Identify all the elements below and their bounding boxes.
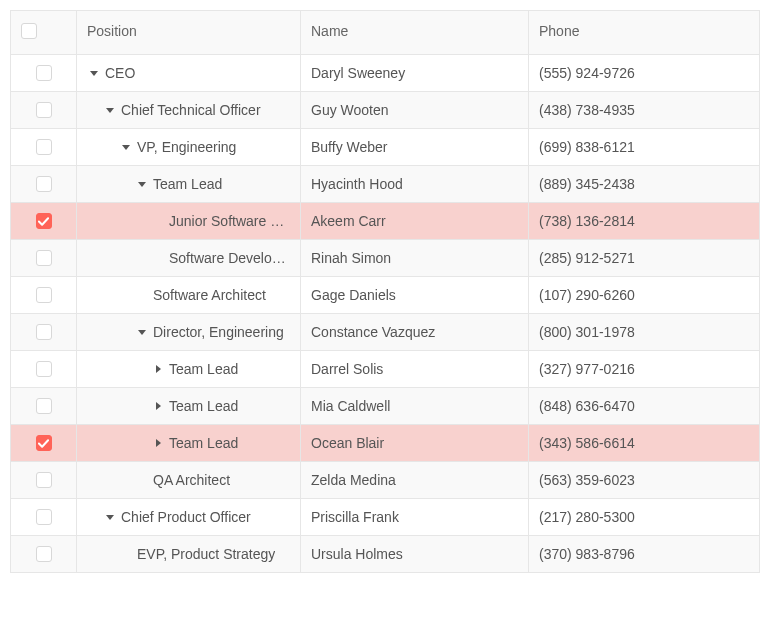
row-checkbox[interactable]: [36, 213, 52, 229]
table-row[interactable]: Team LeadDarrel Solis(327) 977-0216: [11, 351, 759, 388]
table-row[interactable]: Team LeadHyacinth Hood(889) 345-2438: [11, 166, 759, 203]
table-row[interactable]: Director, EngineeringConstance Vazquez(8…: [11, 314, 759, 351]
tree-list: Position Name Phone CEODaryl Sweeney(555…: [10, 10, 760, 573]
phone-cell: (217) 280-5300: [529, 499, 759, 535]
table-row[interactable]: Team LeadOcean Blair(343) 586-6614: [11, 425, 759, 462]
position-cell: Junior Software …: [77, 203, 301, 239]
row-checkbox[interactable]: [36, 398, 52, 414]
header-position[interactable]: Position: [77, 11, 301, 54]
row-checkbox[interactable]: [36, 435, 52, 451]
position-label: Software Develo…: [169, 250, 286, 266]
phone-label: (848) 636-6470: [539, 398, 635, 414]
name-cell: Guy Wooten: [301, 92, 529, 128]
check-icon: [38, 216, 49, 227]
phone-cell: (327) 977-0216: [529, 351, 759, 387]
collapse-toggle[interactable]: [135, 328, 149, 336]
row-checkbox[interactable]: [36, 65, 52, 81]
name-cell: Gage Daniels: [301, 277, 529, 313]
position-label: QA Architect: [153, 472, 230, 488]
position-cell: Director, Engineering: [77, 314, 301, 350]
caret-down-icon: [106, 513, 114, 521]
row-checkbox[interactable]: [36, 176, 52, 192]
table-row[interactable]: Chief Technical OfficerGuy Wooten(438) 7…: [11, 92, 759, 129]
row-checkbox[interactable]: [36, 472, 52, 488]
table-row[interactable]: EVP, Product StrategyUrsula Holmes(370) …: [11, 536, 759, 572]
phone-label: (699) 838-6121: [539, 139, 635, 155]
phone-label: (738) 136-2814: [539, 213, 635, 229]
name-cell: Darrel Solis: [301, 351, 529, 387]
checkbox-cell: [11, 499, 77, 535]
table-row[interactable]: QA ArchitectZelda Medina(563) 359-6023: [11, 462, 759, 499]
phone-label: (370) 983-8796: [539, 546, 635, 562]
row-checkbox[interactable]: [36, 546, 52, 562]
row-checkbox[interactable]: [36, 250, 52, 266]
select-all-checkbox[interactable]: [21, 23, 37, 39]
name-label: Rinah Simon: [311, 250, 391, 266]
phone-cell: (438) 738-4935: [529, 92, 759, 128]
table-row[interactable]: CEODaryl Sweeney(555) 924-9726: [11, 55, 759, 92]
table-row[interactable]: Software Develo…Rinah Simon(285) 912-527…: [11, 240, 759, 277]
collapse-toggle[interactable]: [103, 513, 117, 521]
phone-label: (889) 345-2438: [539, 176, 635, 192]
collapse-toggle[interactable]: [103, 106, 117, 114]
row-checkbox[interactable]: [36, 102, 52, 118]
position-cell: VP, Engineering: [77, 129, 301, 165]
phone-label: (438) 738-4935: [539, 102, 635, 118]
caret-down-icon: [138, 180, 146, 188]
name-label: Guy Wooten: [311, 102, 389, 118]
position-label: CEO: [105, 65, 135, 81]
name-label: Ursula Holmes: [311, 546, 403, 562]
collapse-toggle[interactable]: [135, 180, 149, 188]
position-label: VP, Engineering: [137, 139, 236, 155]
position-label: Software Architect: [153, 287, 266, 303]
phone-label: (555) 924-9726: [539, 65, 635, 81]
checkbox-cell: [11, 536, 77, 572]
table-row[interactable]: Chief Product OfficerPriscilla Frank(217…: [11, 499, 759, 536]
table-row[interactable]: Software ArchitectGage Daniels(107) 290-…: [11, 277, 759, 314]
row-checkbox[interactable]: [36, 287, 52, 303]
checkbox-cell: [11, 55, 77, 91]
collapse-toggle[interactable]: [119, 143, 133, 151]
checkbox-cell: [11, 92, 77, 128]
table-row[interactable]: Team LeadMia Caldwell(848) 636-6470: [11, 388, 759, 425]
header-row: Position Name Phone: [11, 11, 759, 55]
position-cell: Chief Technical Officer: [77, 92, 301, 128]
name-cell: Mia Caldwell: [301, 388, 529, 424]
header-phone[interactable]: Phone: [529, 11, 759, 54]
name-label: Darrel Solis: [311, 361, 383, 377]
expand-toggle[interactable]: [151, 365, 165, 373]
position-cell: Software Develo…: [77, 240, 301, 276]
checkbox-cell: [11, 425, 77, 461]
caret-down-icon: [90, 69, 98, 77]
phone-label: (343) 586-6614: [539, 435, 635, 451]
row-checkbox[interactable]: [36, 139, 52, 155]
rows-container: CEODaryl Sweeney(555) 924-9726Chief Tech…: [11, 55, 759, 572]
position-cell: Team Lead: [77, 351, 301, 387]
checkbox-cell: [11, 129, 77, 165]
caret-right-icon: [154, 439, 162, 447]
name-cell: Akeem Carr: [301, 203, 529, 239]
position-label: Chief Product Officer: [121, 509, 251, 525]
expand-toggle[interactable]: [151, 439, 165, 447]
header-checkbox-cell: [11, 11, 77, 54]
row-checkbox[interactable]: [36, 361, 52, 377]
phone-cell: (555) 924-9726: [529, 55, 759, 91]
table-row[interactable]: VP, EngineeringBuffy Weber(699) 838-6121: [11, 129, 759, 166]
phone-cell: (285) 912-5271: [529, 240, 759, 276]
expand-toggle[interactable]: [151, 402, 165, 410]
row-checkbox[interactable]: [36, 324, 52, 340]
collapse-toggle[interactable]: [87, 69, 101, 77]
row-checkbox[interactable]: [36, 509, 52, 525]
name-cell: Buffy Weber: [301, 129, 529, 165]
header-name[interactable]: Name: [301, 11, 529, 54]
name-cell: Rinah Simon: [301, 240, 529, 276]
caret-down-icon: [138, 328, 146, 336]
name-label: Buffy Weber: [311, 139, 388, 155]
name-label: Hyacinth Hood: [311, 176, 403, 192]
check-icon: [38, 438, 49, 449]
name-label: Mia Caldwell: [311, 398, 390, 414]
position-label: EVP, Product Strategy: [137, 546, 275, 562]
position-cell: Team Lead: [77, 388, 301, 424]
table-row[interactable]: Junior Software …Akeem Carr(738) 136-281…: [11, 203, 759, 240]
phone-label: (327) 977-0216: [539, 361, 635, 377]
